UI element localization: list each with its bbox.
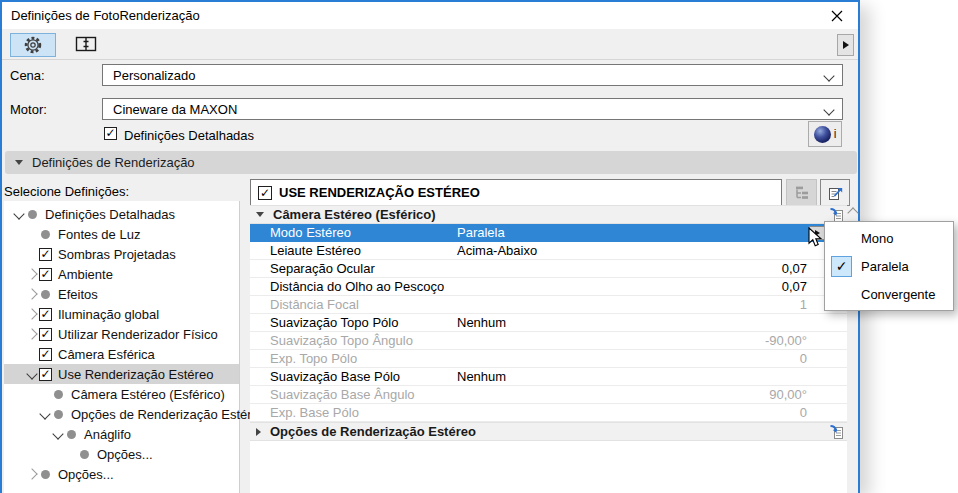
settings-row[interactable]: Leiaute EstéreoAcima-Abaixo — [250, 242, 847, 260]
tree-item[interactable]: ✓Utilizar Renderizador Físico — [4, 324, 239, 344]
tab-settings[interactable] — [10, 33, 56, 57]
tree-item[interactable]: Câmera Estéreo (Esférico) — [4, 384, 239, 404]
settings-row[interactable]: Suavização Base PóloNenhum — [250, 368, 847, 386]
tree-item-label: Opções... — [58, 467, 114, 482]
import-settings-icon[interactable] — [829, 424, 845, 440]
chevron-down-icon[interactable] — [26, 368, 37, 379]
tree-icon-slot: ✓ — [38, 248, 53, 261]
tree-item-label: Opções... — [97, 447, 153, 462]
chevron-down-icon — [15, 160, 23, 165]
tree-item[interactable]: Efeitos — [4, 284, 239, 304]
chevron-right-icon[interactable] — [256, 428, 261, 436]
setting-value[interactable]: Nenhum — [457, 315, 506, 330]
settings-row[interactable]: Suavização Base Ângulo90,00° — [250, 386, 847, 404]
tree-expand-slot — [25, 310, 38, 318]
use-stereo-checkbox[interactable]: ✓ — [258, 186, 272, 200]
checkbox[interactable]: ✓ — [39, 248, 52, 261]
chevron-right-icon[interactable] — [26, 328, 37, 339]
tree-item[interactable]: ✓Ambiente — [4, 264, 239, 284]
setting-value[interactable]: 0 — [800, 351, 807, 366]
export-settings-icon — [827, 185, 843, 201]
tree-item[interactable]: Opções de Renderização Estéreo — [4, 404, 239, 424]
chevron-down-icon[interactable] — [52, 428, 63, 439]
tree-item[interactable]: Definições Detalhadas — [4, 204, 239, 224]
tree-item-label: Sombras Projetadas — [58, 247, 176, 262]
settings-row[interactable]: Suavização Topo Ângulo-90,00° — [250, 332, 847, 350]
tree-icon-slot — [64, 430, 79, 439]
dot-icon — [54, 390, 63, 399]
cinema4d-info-button[interactable]: i — [808, 121, 842, 147]
tree-item-label: Iluminação global — [58, 307, 159, 322]
setting-value[interactable]: 0,07 — [782, 279, 807, 294]
section-rendering-settings[interactable]: Definições de Renderização — [5, 151, 857, 174]
settings-row[interactable]: Exp. Topo Pólo0 — [250, 350, 847, 368]
section-title: Definições de Renderização — [32, 155, 195, 170]
menu-check-slot: ✓ — [825, 256, 858, 277]
menu-item[interactable]: Mono — [825, 224, 953, 252]
menu-item-label: Convergente — [861, 287, 935, 302]
chevron-right-icon[interactable] — [26, 288, 37, 299]
setting-value[interactable]: Paralela — [457, 225, 505, 240]
setting-value[interactable]: 0,07 — [782, 261, 807, 276]
setting-value[interactable]: -90,00° — [765, 333, 807, 348]
setting-value[interactable]: 90,00° — [769, 387, 807, 402]
setting-label: Exp. Base Pólo — [270, 405, 359, 420]
close-button[interactable] — [829, 8, 845, 24]
toolbar-overflow-button[interactable] — [837, 34, 854, 56]
detailed-settings-checkbox[interactable]: ✓ — [104, 127, 117, 140]
tree-item[interactable]: ✓Câmera Esférica — [4, 344, 239, 364]
settings-row[interactable]: Suavização Topo PóloNenhum — [250, 314, 847, 332]
tree-expand-slot — [51, 430, 64, 438]
tree-expand-slot — [38, 410, 51, 418]
settings-group-header[interactable]: Câmera Estéreo (Esférico) — [250, 205, 847, 224]
tab-layout[interactable] — [64, 33, 108, 55]
checkbox[interactable]: ✓ — [39, 308, 52, 321]
stereo-mode-menu: Mono✓ParalelaConvergente — [824, 221, 954, 311]
chevron-down-icon[interactable] — [256, 212, 264, 217]
settings-row[interactable]: Distância do Olho ao Pescoço0,07 — [250, 278, 847, 296]
tree-item[interactable]: ✓Iluminação global — [4, 304, 239, 324]
settings-row[interactable]: Distância Focal1 — [250, 296, 847, 314]
setting-value[interactable]: Nenhum — [457, 369, 506, 384]
menu-item[interactable]: Convergente — [825, 280, 953, 308]
engine-select[interactable]: Cineware da MAXON — [102, 98, 843, 120]
chevron-down-icon[interactable] — [13, 208, 24, 219]
checkbox[interactable]: ✓ — [39, 348, 52, 361]
split-view-icon — [75, 35, 97, 53]
tree-item[interactable]: Anáglifo — [4, 424, 239, 444]
dot-icon — [28, 210, 37, 219]
tree-item[interactable]: ✓Use Renderização Estéreo — [4, 364, 239, 384]
checkbox[interactable]: ✓ — [39, 328, 52, 341]
tree-item[interactable]: Fontes de Luz — [4, 224, 239, 244]
checkbox[interactable]: ✓ — [39, 368, 52, 381]
settings-row[interactable]: Modo EstéreoParalela — [250, 224, 847, 242]
tree-icon-slot: ✓ — [38, 328, 53, 341]
menu-item[interactable]: ✓Paralela — [825, 252, 953, 280]
tree-icon-slot: ✓ — [38, 348, 53, 361]
detailed-settings-label: Definições Detalhadas — [124, 128, 254, 143]
chevron-down-icon — [823, 104, 834, 115]
tree-item[interactable]: Opções... — [4, 464, 239, 484]
settings-row[interactable]: Separação Ocular0,07 — [250, 260, 847, 278]
tree-item[interactable]: Opções... — [4, 444, 239, 464]
expand-panel-button[interactable] — [820, 179, 850, 206]
settings-group-header[interactable]: Opções de Renderização Estéreo — [250, 422, 847, 441]
chevron-right-icon[interactable] — [26, 268, 37, 279]
chevron-right-icon[interactable] — [26, 468, 37, 479]
chevron-down-icon[interactable] — [39, 408, 50, 419]
use-stereo-header[interactable]: ✓ USE RENDERIZAÇÃO ESTÉREO — [250, 179, 782, 206]
info-icon: i — [834, 127, 837, 141]
tree-expand-slot — [12, 210, 25, 218]
setting-value[interactable]: 0 — [800, 405, 807, 420]
settings-row[interactable]: Exp. Base Pólo0 — [250, 404, 847, 422]
checkbox[interactable]: ✓ — [39, 268, 52, 281]
tree-expand-slot — [25, 370, 38, 378]
toolbar — [2, 29, 858, 60]
setting-value[interactable]: Acima-Abaixo — [457, 243, 537, 258]
photorendering-settings-dialog: Definições de FotoRenderização Cena: P — [0, 0, 860, 493]
scroll-up-icon[interactable] — [847, 207, 858, 218]
tree-item[interactable]: ✓Sombras Projetadas — [4, 244, 239, 264]
chevron-right-icon[interactable] — [26, 308, 37, 319]
setting-value[interactable]: 1 — [800, 297, 807, 312]
scene-select[interactable]: Personalizado — [102, 64, 843, 86]
